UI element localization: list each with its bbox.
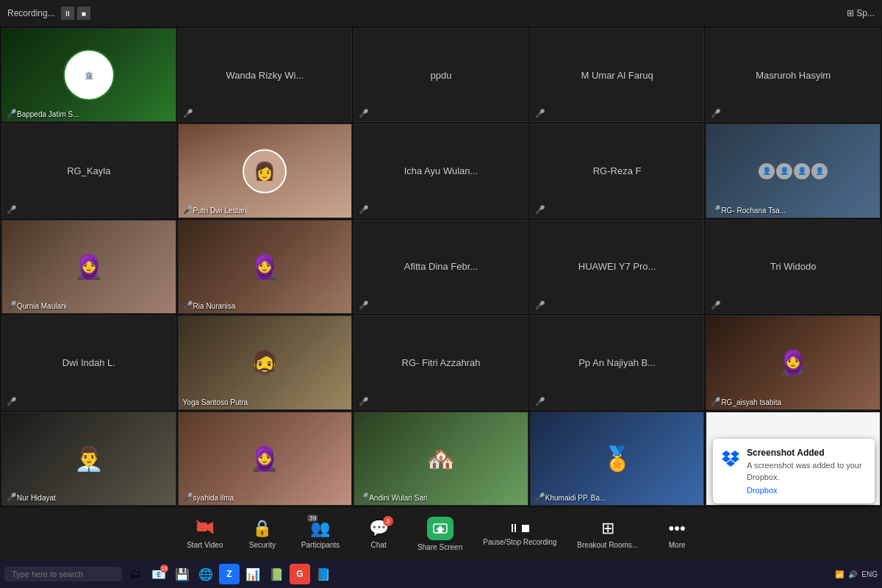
video-tile: 🧔 Yoga Santoso Putra xyxy=(178,315,353,409)
participant-name: Tri Widodo xyxy=(767,258,819,275)
chat-badge: 3 xyxy=(383,516,393,526)
taskbar-g-app[interactable]: G xyxy=(290,564,310,584)
mute-icon: 🎤 xyxy=(7,492,17,502)
participant-name: ppdu xyxy=(428,67,455,84)
video-off-icon xyxy=(196,519,214,538)
svg-marker-4 xyxy=(436,526,445,533)
taskbar-volume-icon: 🔊 xyxy=(848,570,857,578)
breakout-label: Breakout Rooms... xyxy=(577,541,638,549)
video-tile: 🏅 🎤 Khumaidi PP. Ba... xyxy=(530,412,705,506)
mute-icon: 🎤 xyxy=(183,301,193,310)
mute-icon: 🎤 xyxy=(535,205,545,215)
participant-name: Yoga Santoso Putra xyxy=(183,398,248,406)
recording-label: Recording... xyxy=(7,8,55,18)
start-video-button[interactable]: Start Video xyxy=(187,519,223,549)
pause-stop-recording-button[interactable]: ⏸⏹ Pause/Stop Recording xyxy=(483,522,556,546)
taskbar-network-icon: 📶 xyxy=(835,570,844,578)
bottom-toolbar: Start Video 🔒 Security 👥 39 Participants… xyxy=(0,507,882,560)
mute-icon: 🎤 xyxy=(711,109,721,118)
security-icon: 🔒 xyxy=(252,519,272,538)
taskbar-file-explorer[interactable]: 🗂 xyxy=(125,564,146,584)
video-tile: RG-Reza F 🎤 xyxy=(530,123,705,218)
video-tile: 👨‍💼 🎤 Nur Hidayat xyxy=(1,412,176,506)
top-right-controls: ⊞ Sp... xyxy=(847,8,875,18)
mute-icon: 🎤 xyxy=(711,205,721,215)
recording-stop-button[interactable]: ■ xyxy=(77,7,90,20)
top-bar: Recording... ⏸ ■ ⊞ Sp... xyxy=(0,0,882,26)
mute-icon: 🎤 xyxy=(359,492,369,502)
chat-button[interactable]: 💬 3 Chat xyxy=(360,519,397,549)
share-screen-button[interactable]: Share Screen xyxy=(417,517,462,551)
video-tile: RG- Fitri Azzahrah 🎤 xyxy=(354,315,528,409)
share-screen-label: Share Screen xyxy=(417,543,462,551)
notification-title: Screenshot Added xyxy=(747,448,866,458)
video-tile: RG_Kayla 🎤 xyxy=(1,123,176,218)
mute-icon: 🎤 xyxy=(711,301,721,310)
video-tile: 👤 👤 👤 👤 🎤 RG- Rochana Tsa... xyxy=(706,123,881,218)
more-icon: ••• xyxy=(669,519,686,538)
mute-icon: 🎤 xyxy=(183,109,193,118)
participant-name: Bappeda Jatim S... xyxy=(17,110,79,118)
taskbar-zoom[interactable]: Z xyxy=(219,564,240,584)
video-tile: Dwi Indah L. 🎤 xyxy=(1,315,176,409)
participant-name: syahida ilma xyxy=(193,494,234,502)
breakout-icon: ⊞ xyxy=(601,519,614,538)
video-tile: Tri Widodo 🎤 xyxy=(706,220,881,314)
video-tile: 👩 🎤 Putri Dwi Lestari xyxy=(178,123,353,218)
video-tile: HUAWEI Y7 Pro... 🎤 xyxy=(530,220,705,314)
recording-pause-button[interactable]: ⏸ xyxy=(61,7,74,20)
video-tile: ppdu 🎤 xyxy=(354,28,528,122)
security-button[interactable]: 🔒 Security xyxy=(244,519,281,549)
mute-icon: 🎤 xyxy=(359,109,369,118)
pause-stop-icon: ⏸⏹ xyxy=(508,522,531,535)
mute-icon: 🎤 xyxy=(359,397,369,406)
participant-name: Ria Nuranisa xyxy=(193,302,236,310)
pause-stop-label: Pause/Stop Recording xyxy=(483,538,556,546)
participant-name: RG- Rochana Tsa... xyxy=(721,207,786,215)
video-tile: Icha Ayu Wulan... 🎤 xyxy=(354,123,528,218)
more-button[interactable]: ••• More xyxy=(659,519,695,549)
mute-icon: 🎤 xyxy=(535,492,545,502)
video-tile: Wanda Rizky Wi... 🎤 xyxy=(178,28,353,122)
taskbar-browser[interactable]: 🌐 xyxy=(196,564,216,584)
participant-name: Masruroh Hasyim xyxy=(753,67,833,84)
participant-name: Dwi Indah L. xyxy=(60,354,118,371)
taskbar-word[interactable]: 📘 xyxy=(313,564,334,584)
security-label: Security xyxy=(249,541,276,549)
video-tile: 🧕 🎤 RG_aisyah tsabita xyxy=(706,315,881,409)
video-tile: 🧕 🎤 syahida ilma xyxy=(178,412,353,506)
taskbar-mail[interactable]: 📧 19 xyxy=(148,564,169,584)
taskbar-powerpoint[interactable]: 📊 xyxy=(243,564,263,584)
mute-icon: 🎤 xyxy=(711,397,721,406)
mute-icon: 🎤 xyxy=(7,109,17,118)
participant-name: HUAWEI Y7 Pro... xyxy=(576,258,659,275)
participant-name: Nur Hidayat xyxy=(17,494,56,502)
mute-icon: 🎤 xyxy=(183,205,193,215)
participant-name: Khumaidi PP. Ba... xyxy=(545,494,606,502)
grid-view-button[interactable]: ⊞ Sp... xyxy=(847,8,875,18)
participant-name: Qurnia Maulani xyxy=(17,302,67,310)
chat-icon: 💬 3 xyxy=(369,519,389,538)
participant-name: RG-Reza F xyxy=(590,162,645,179)
breakout-rooms-button[interactable]: ⊞ Breakout Rooms... xyxy=(577,519,638,549)
mute-icon: 🎤 xyxy=(7,301,17,310)
mute-icon: 🎤 xyxy=(7,397,17,406)
participants-button[interactable]: 👥 39 Participants xyxy=(301,519,340,549)
mute-icon: 🎤 xyxy=(535,397,545,406)
taskbar-search-input[interactable] xyxy=(4,567,122,581)
mute-icon: 🎤 xyxy=(359,205,369,215)
participant-name: RG_Kayla xyxy=(64,162,113,179)
dropbox-icon xyxy=(722,449,739,471)
taskbar-excel[interactable]: 📗 xyxy=(266,564,287,584)
video-tile: Pp An Najiyah B... 🎤 xyxy=(530,315,705,409)
video-grid: 🏛️ 🎤 Bappeda Jatim S... Wanda Rizky Wi..… xyxy=(0,26,882,507)
taskbar-storage[interactable]: 💾 xyxy=(172,564,193,584)
video-tile: M Umar Al Faruq 🎤 xyxy=(530,28,705,122)
start-video-label: Start Video xyxy=(187,541,223,549)
video-tile: 🏛️ 🎤 Bappeda Jatim S... xyxy=(1,28,176,122)
video-tile: 🧕 🎤 Qurnia Maulani xyxy=(1,220,176,314)
participant-name: RG- Fitri Azzahrah xyxy=(399,354,484,371)
video-tile: Masruroh Hasyim 🎤 xyxy=(706,28,881,122)
participant-name: Pp An Najiyah B... xyxy=(576,354,659,371)
mute-icon: 🎤 xyxy=(535,301,545,310)
